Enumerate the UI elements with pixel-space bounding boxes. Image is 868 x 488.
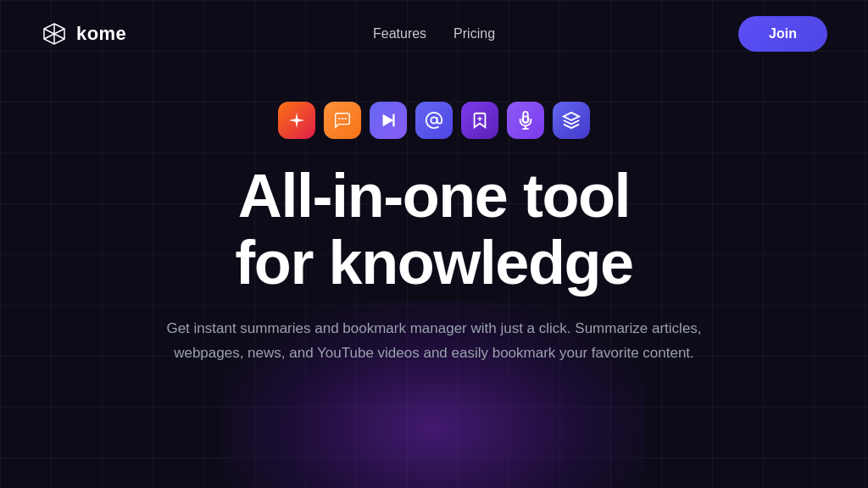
podcast-icon xyxy=(507,102,544,139)
hero-title-line1: All-in-one tool xyxy=(235,163,632,230)
app-icons-row xyxy=(278,102,590,139)
chat-icon xyxy=(324,102,361,139)
nav-pricing-link[interactable]: Pricing xyxy=(453,26,495,42)
hero-subtitle: Get instant summaries and bookmark manag… xyxy=(154,317,714,366)
logo-link[interactable]: kome xyxy=(41,20,126,47)
navbar: kome Features Pricing Join xyxy=(0,0,868,68)
svg-point-2 xyxy=(345,118,347,119)
layers-icon xyxy=(553,102,590,139)
play-icon xyxy=(370,102,407,139)
svg-marker-11 xyxy=(564,113,579,120)
spark-icon xyxy=(278,102,315,139)
hero-section: All-in-one tool for knowledge Get instan… xyxy=(0,68,868,366)
hero-title-line2: for knowledge xyxy=(235,230,632,297)
nav-features-link[interactable]: Features xyxy=(373,26,426,42)
logo-text: kome xyxy=(76,23,126,45)
svg-marker-3 xyxy=(383,114,394,127)
logo-icon xyxy=(41,20,68,47)
hero-title: All-in-one tool for knowledge xyxy=(235,163,632,297)
at-icon xyxy=(415,102,453,139)
svg-point-0 xyxy=(338,118,340,119)
svg-point-1 xyxy=(342,118,343,119)
join-button[interactable]: Join xyxy=(738,16,827,52)
nav-links: Features Pricing xyxy=(373,26,495,42)
bookmark-icon xyxy=(461,102,498,139)
svg-point-5 xyxy=(431,117,437,123)
